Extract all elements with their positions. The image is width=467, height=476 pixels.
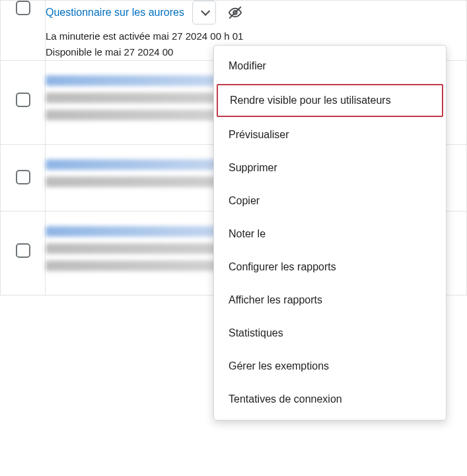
chevron-down-icon bbox=[201, 7, 210, 16]
visibility-off-icon bbox=[228, 5, 242, 20]
row-checkbox[interactable] bbox=[16, 170, 30, 184]
menu-item-preview[interactable]: Prévisualiser bbox=[214, 118, 446, 151]
menu-item-view-reports[interactable]: Afficher les rapports bbox=[214, 284, 446, 317]
menu-item-copy[interactable]: Copier bbox=[214, 184, 446, 218]
quiz-title-link[interactable]: Questionnaire sur les aurores bbox=[46, 7, 184, 19]
menu-item-delete[interactable]: Supprimer bbox=[214, 151, 446, 184]
menu-item-manage-exemptions[interactable]: Gérer les exemptions bbox=[214, 350, 446, 383]
row-checkbox[interactable] bbox=[16, 243, 30, 258]
actions-dropdown-button[interactable] bbox=[192, 1, 216, 24]
menu-item-setup-reports[interactable]: Configurer les rapports bbox=[214, 251, 446, 284]
row-checkbox[interactable] bbox=[16, 1, 30, 15]
blurred-text bbox=[46, 226, 239, 237]
menu-item-make-visible[interactable]: Rendre visible pour les utilisateurs bbox=[217, 84, 443, 117]
blurred-text bbox=[46, 159, 239, 170]
blurred-text bbox=[46, 75, 239, 86]
menu-item-statistics[interactable]: Statistiques bbox=[214, 317, 446, 350]
row-checkbox[interactable] bbox=[16, 93, 30, 107]
menu-item-edit[interactable]: Modifier bbox=[214, 50, 446, 83]
menu-item-grade[interactable]: Noter le bbox=[214, 218, 446, 251]
menu-item-attempt-logs[interactable]: Tentatives de connexion bbox=[214, 383, 446, 416]
context-menu: Modifier Rendre visible pour les utilisa… bbox=[213, 45, 447, 420]
